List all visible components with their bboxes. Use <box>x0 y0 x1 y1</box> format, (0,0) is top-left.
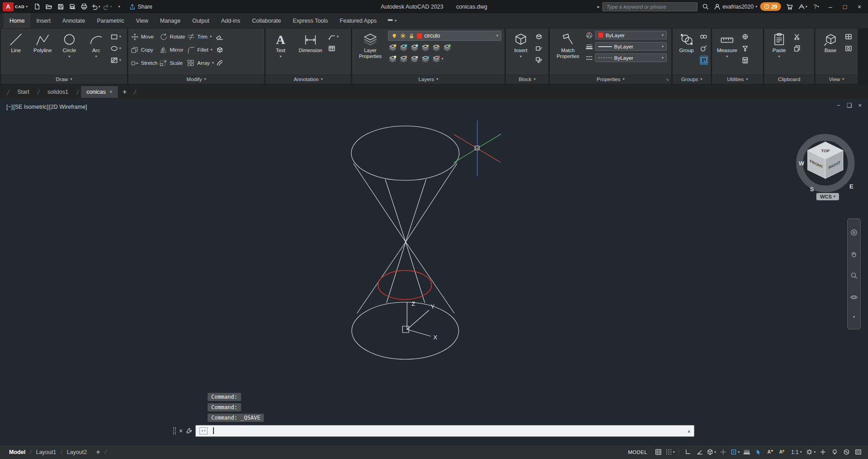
rotate-button[interactable]: Rotate <box>160 31 185 43</box>
snap-chevron-icon[interactable]: ▾ <box>673 450 675 454</box>
named-views-button[interactable] <box>845 44 852 53</box>
layer-on-button[interactable] <box>389 54 397 63</box>
viewport-visual-style-control[interactable]: [2D Wireframe] <box>49 104 87 110</box>
utilities-panel-title[interactable]: Utilities▾ <box>712 74 763 84</box>
layer-properties-button[interactable]: Layer Properties <box>355 31 386 59</box>
group-button[interactable]: Group <box>675 31 698 53</box>
offset-button[interactable] <box>216 57 223 69</box>
new-drawing-tab-button[interactable]: + <box>118 88 131 96</box>
copy-button[interactable]: Copy <box>131 44 157 56</box>
insert-button[interactable]: Insert ▾ <box>509 31 533 58</box>
define-attributes-button[interactable] <box>535 44 543 53</box>
id-point-button[interactable] <box>742 32 749 41</box>
paste-button[interactable]: Paste ▾ <box>767 31 791 58</box>
measure-button[interactable]: Measure ▾ <box>715 31 739 58</box>
quick-select-button[interactable] <box>742 44 749 53</box>
tab-manage[interactable]: Manage <box>154 13 186 28</box>
graphics-performance-toggle[interactable] <box>841 447 852 458</box>
trim-button[interactable]: Trim▾ <box>187 31 214 43</box>
draw-panel-title[interactable]: Draw▾ <box>1 74 127 84</box>
move-button[interactable]: Move <box>131 31 157 43</box>
close-tab-icon[interactable]: × <box>109 89 112 95</box>
layer-off-button[interactable] <box>389 43 397 52</box>
window-maximize-button[interactable]: □ <box>839 2 851 12</box>
polar-tracking-toggle[interactable] <box>694 447 705 458</box>
clipboard-panel-title[interactable]: Clipboard <box>764 74 814 84</box>
layer-dropdown[interactable]: circulo ▾ <box>388 31 501 41</box>
leader-button[interactable]: ▾ <box>328 32 339 41</box>
layer-thaw-button[interactable] <box>400 54 407 63</box>
layer-lock-button[interactable] <box>422 43 429 52</box>
line-button[interactable]: Line <box>4 31 28 53</box>
text-button[interactable]: A Text ▾ <box>268 31 293 58</box>
layers-panel-title[interactable]: Layers▾ <box>352 74 504 84</box>
linetype-dropdown[interactable]: ByLayer ▾ <box>595 53 667 62</box>
viewcube[interactable]: W S E TOP FRONT RIGHT <box>791 125 859 199</box>
search-button[interactable] <box>700 2 711 12</box>
object-snap-chevron-icon[interactable]: ▾ <box>738 450 740 454</box>
erase-button[interactable] <box>216 31 223 43</box>
navbar-more-chevron-icon[interactable]: ▾ <box>853 315 855 319</box>
fillet-button[interactable]: Fillet▾ <box>187 44 214 56</box>
plot-button[interactable] <box>78 2 89 12</box>
titlebar-expand-icon[interactable]: ▸ <box>597 5 600 9</box>
annotation-scale-dropdown[interactable]: 1:1▾ <box>788 449 805 455</box>
new-layout-button[interactable]: + <box>92 448 105 456</box>
file-tab-solidos1[interactable]: solidos1 <box>42 86 74 98</box>
tab-add-ins[interactable]: Add-ins <box>215 13 246 28</box>
layer-unlock-button[interactable] <box>411 54 418 63</box>
block-panel-title[interactable]: Block▾ <box>506 74 548 84</box>
command-line-grip[interactable] <box>173 427 176 435</box>
snap-mode-toggle[interactable]: ▾ <box>664 447 675 458</box>
ellipse-button[interactable]: ▾ <box>111 44 121 53</box>
layout2-tab[interactable]: Layout2 <box>62 449 91 455</box>
tab-annotate[interactable]: Annotate <box>57 13 91 28</box>
view-panel-title[interactable]: View▾ <box>815 74 858 84</box>
block-editor-button[interactable] <box>535 56 543 65</box>
undo-button[interactable]: ▾ <box>90 2 101 12</box>
modify-panel-title[interactable]: Modify▾ <box>128 74 264 84</box>
ungroup-button[interactable] <box>700 32 708 41</box>
window-close-button[interactable]: × <box>853 2 865 12</box>
ribbon-display-toggle[interactable]: ▾ <box>383 13 401 28</box>
redo-button[interactable]: ▾ <box>102 2 113 12</box>
layer-isolate-button[interactable] <box>400 43 407 52</box>
model-tab[interactable]: Model <box>5 449 30 455</box>
properties-panel-title[interactable]: Properties▾↘ <box>550 74 671 84</box>
isodraft-chevron-icon[interactable]: ▾ <box>714 450 716 454</box>
circle-button[interactable]: Circle ▾ <box>57 31 82 58</box>
window-minimize-button[interactable]: – <box>824 2 836 12</box>
annotation-panel-title[interactable]: Annotation▾ <box>266 74 351 84</box>
account-menu[interactable]: evafrias2020 ▾ <box>714 3 757 10</box>
create-block-button[interactable] <box>535 32 543 41</box>
save-button[interactable] <box>55 2 66 12</box>
help-button[interactable]: ?▾ <box>811 2 822 12</box>
quick-calc-button[interactable] <box>742 56 749 65</box>
copy-clip-button[interactable] <box>794 44 801 53</box>
drawing-canvas[interactable]: [−] [SE Isometric] [2D Wireframe] − ❑ × <box>0 99 868 445</box>
viewport-view-control[interactable]: [SE Isometric] <box>13 104 48 110</box>
command-line-customize-button[interactable] <box>186 428 192 434</box>
orbit-button[interactable] <box>850 294 858 301</box>
object-snap-tracking-toggle[interactable] <box>718 447 728 458</box>
search-input[interactable] <box>602 2 698 11</box>
layer-match-button[interactable] <box>443 43 451 52</box>
command-input[interactable]: ▸▾ ▲ <box>195 425 694 437</box>
autodesk-menu-button[interactable]: ▾ <box>797 2 808 12</box>
mirror-button[interactable]: Mirror <box>160 44 185 56</box>
isometric-drafting-toggle[interactable]: ▾ <box>706 447 717 458</box>
hatch-button[interactable]: ▾ <box>111 56 121 65</box>
share-button[interactable]: Share <box>129 4 152 10</box>
drawing-close-icon[interactable]: × <box>858 102 862 109</box>
scale-button[interactable]: Scale <box>160 57 185 69</box>
viewport-config-button[interactable] <box>845 32 852 41</box>
save-as-button[interactable] <box>67 2 78 12</box>
qat-customize-button[interactable]: ▾ <box>114 2 125 12</box>
store-cart-button[interactable] <box>784 2 795 12</box>
grid-display-toggle[interactable] <box>653 447 664 458</box>
tab-featured-apps[interactable]: Featured Apps <box>334 13 383 28</box>
properties-dialog-launcher-icon[interactable]: ↘ <box>665 77 669 82</box>
object-color-dropdown[interactable]: ByLayer ▾ <box>595 31 667 39</box>
tab-express-tools[interactable]: Express Tools <box>287 13 334 28</box>
tab-collaborate[interactable]: Collaborate <box>246 13 287 28</box>
